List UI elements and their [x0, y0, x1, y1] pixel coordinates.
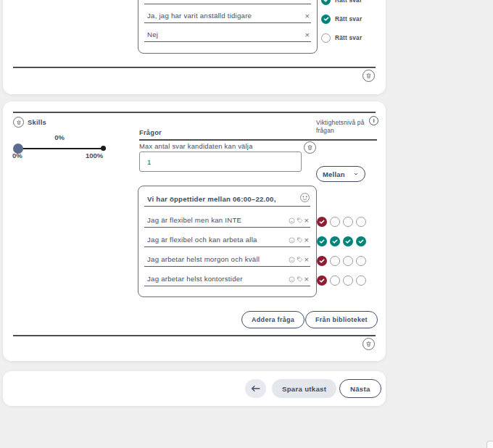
slider-end-dot: [101, 146, 106, 151]
answer-input[interactable]: Jag arbetar helst kontorstider ×: [144, 269, 310, 286]
importance-circle-empty[interactable]: [330, 275, 340, 286]
answer-input[interactable]: Jag är flexibel och kan arbeta alla ×: [144, 230, 310, 247]
skill-weight-slider-track[interactable]: [16, 148, 106, 149]
delete-question-block-icon[interactable]: [362, 70, 375, 82]
answers-group-box: Ja, jag har varit anställd tidigare × Ne…: [138, 0, 318, 54]
correct-answer-radio[interactable]: [321, 14, 331, 24]
importance-circle-checked[interactable]: [317, 217, 327, 227]
delete-skill-icon[interactable]: [13, 117, 24, 128]
correct-answer-radio[interactable]: [321, 0, 331, 5]
page: Ja, jag har varit anställd tidigare × Ne…: [0, 0, 493, 448]
back-button[interactable]: [245, 379, 266, 398]
tag-icon[interactable]: [297, 217, 303, 224]
answer-input[interactable]: Ja, jag har varit anställd tidigare ×: [144, 6, 311, 23]
answer-text: Jag är flexibel men kan INTE: [144, 216, 241, 224]
emoji-icon[interactable]: [289, 237, 295, 244]
question-text: Vi har öppettider mellan 06:00–22.00,: [144, 195, 276, 203]
corner-widget[interactable]: [486, 441, 493, 448]
tag-icon[interactable]: [297, 237, 303, 244]
remove-answer-icon[interactable]: ×: [304, 257, 310, 263]
importance-circle-empty[interactable]: [343, 217, 353, 227]
remove-answer-icon[interactable]: ×: [305, 13, 311, 20]
skills-card: Skills 0% 0% 100% Frågor Viktighetsnivå …: [3, 101, 386, 361]
importance-circle-empty[interactable]: [330, 256, 340, 266]
skill-name-label: Skills: [28, 119, 46, 126]
importance-circle-checked[interactable]: [343, 236, 353, 246]
section-divider: [13, 112, 376, 113]
importance-circle-checked[interactable]: [317, 256, 327, 266]
importance-circle-checked[interactable]: [356, 236, 366, 246]
importance-circle-checked[interactable]: [317, 275, 327, 286]
arrow-left-icon: [251, 385, 260, 392]
correct-answer-option[interactable]: Rätt svar: [321, 14, 362, 24]
answer-text: Nej: [144, 30, 158, 38]
section-divider: [13, 335, 376, 336]
importance-circle-empty[interactable]: [356, 256, 366, 266]
importance-rating-row: [317, 236, 366, 246]
answer-text: Jag arbetar helst morgon och kväll: [144, 255, 260, 263]
correct-answer-option[interactable]: Rätt svar: [321, 33, 362, 43]
correct-answer-radio[interactable]: [321, 33, 331, 43]
answer-text: Jag arbetar helst kontorstider: [144, 275, 243, 283]
importance-level-value: Mellan: [323, 170, 345, 178]
question-input[interactable]: Vi har öppettider mellan 06:00–22.00,: [144, 189, 310, 207]
remove-answer-icon[interactable]: ×: [305, 32, 311, 38]
slider-current-value: 0%: [45, 133, 74, 141]
answer-input-partial[interactable]: [144, 0, 311, 4]
skill-chip: Skills: [13, 117, 46, 128]
importance-circle-empty[interactable]: [343, 256, 353, 266]
question-group-box: Vi har öppettider mellan 06:00–22.00, Ja…: [138, 186, 317, 297]
importance-rating-row: [317, 217, 366, 227]
importance-circle-empty[interactable]: [343, 275, 353, 286]
next-button[interactable]: Nästa: [339, 379, 381, 398]
correct-answer-label: Rätt svar: [335, 0, 362, 4]
delete-skill-section-icon[interactable]: [362, 338, 375, 350]
add-question-button[interactable]: Addera fråga: [241, 311, 304, 328]
importance-circle-checked[interactable]: [317, 236, 327, 246]
tag-icon[interactable]: [297, 276, 303, 283]
questions-header: Frågor: [139, 129, 162, 136]
answer-text: Jag är flexibel och kan arbeta alla: [144, 236, 257, 244]
chevron-down-icon: [353, 171, 359, 177]
previous-question-card: Ja, jag har varit anställd tidigare × Ne…: [3, 0, 386, 94]
answer-text: Ja, jag har varit anställd tidigare: [144, 12, 252, 20]
answer-input[interactable]: Jag är flexibel men kan INTE ×: [144, 210, 310, 228]
correct-answer-label: Rätt svar: [335, 34, 362, 41]
emoji-icon[interactable]: [289, 217, 295, 224]
header-divider: [139, 139, 377, 141]
answer-input[interactable]: Nej ×: [144, 25, 311, 42]
save-draft-button[interactable]: Spara utkast: [272, 379, 336, 398]
remove-answer-icon[interactable]: ×: [304, 237, 310, 244]
remove-answer-icon[interactable]: ×: [304, 276, 310, 283]
correct-answer-option[interactable]: Rätt svar: [321, 0, 362, 5]
tag-icon[interactable]: [297, 257, 303, 263]
emoji-icon[interactable]: [289, 276, 295, 283]
slider-max-label: 100%: [86, 152, 103, 159]
emoji-icon[interactable]: [289, 257, 295, 263]
importance-circle-empty[interactable]: [330, 217, 340, 227]
importance-header: Viktighetsnivå på frågan: [316, 119, 377, 135]
importance-rating-row: [317, 275, 366, 286]
importance-rating-row: [317, 256, 366, 266]
max-answers-label: Max antal svar kandidaten kan välja: [139, 143, 253, 150]
answer-input[interactable]: Jag arbetar helst morgon och kväll ×: [144, 249, 310, 267]
importance-circle-checked[interactable]: [330, 236, 340, 246]
emoji-icon[interactable]: [299, 192, 310, 203]
delete-max-answers-icon[interactable]: [304, 141, 316, 154]
section-divider: [13, 67, 376, 68]
slider-min-label: 0%: [12, 152, 22, 159]
from-library-button[interactable]: Från biblioteket: [305, 311, 378, 328]
footer-action-bar: Spara utkast Nästa: [3, 371, 386, 406]
info-icon[interactable]: i: [369, 116, 378, 125]
correct-answer-label: Rätt svar: [335, 15, 362, 22]
max-answers-value: 1: [147, 158, 151, 166]
importance-circle-empty[interactable]: [356, 217, 366, 227]
max-answers-input[interactable]: 1: [139, 152, 302, 172]
remove-answer-icon[interactable]: ×: [304, 217, 310, 224]
importance-level-select[interactable]: Mellan: [316, 166, 365, 182]
importance-circle-empty[interactable]: [356, 275, 366, 286]
